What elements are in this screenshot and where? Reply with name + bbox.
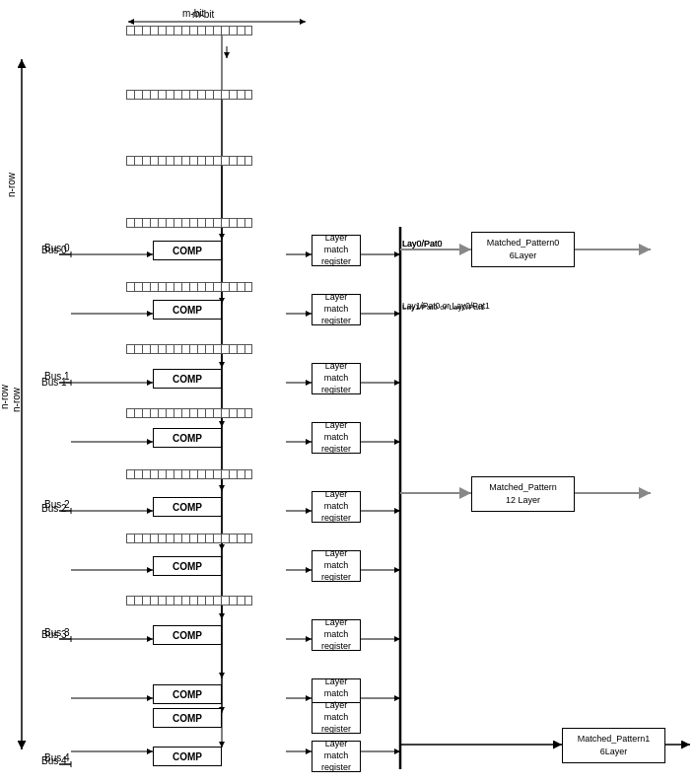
bus3-label: Bus 3 — [41, 629, 67, 640]
bus0-label: Bus 0 — [41, 245, 67, 255]
shift-reg-2-0 — [126, 282, 252, 292]
nrow-vertical-label: n-row — [6, 173, 17, 197]
lmr-bus0-row0: Layermatchregister — [312, 235, 361, 266]
matched-pattern1: Matched_Pattern16Layer — [562, 728, 665, 763]
comp-bus1-row1: COMP — [153, 428, 222, 448]
comp-bus1-row0: COMP — [153, 369, 222, 389]
lmr-bus4-row0: Layermatchregister — [312, 741, 361, 772]
shift-reg-1-0 — [126, 156, 252, 166]
lmr-bus1-row0: Layermatchregister — [312, 363, 361, 394]
lmr-bus0-row1: Layermatchregister — [312, 294, 361, 325]
shift-reg-0-0 — [126, 26, 252, 36]
comp-bus3-row1: COMP — [153, 684, 222, 704]
shift-reg-4-1 — [126, 596, 252, 606]
diagram: m-bit n-row Bus 0 Bus 1 — [0, 0, 695, 784]
matched-pattern0: Matched_Pattern06Layer — [471, 232, 575, 267]
bus4-label: Bus 4 — [41, 755, 67, 766]
shift-reg-3-1 — [126, 469, 252, 479]
nrow-label: n-row — [11, 388, 22, 412]
bus2-label: Bus 2 — [41, 503, 67, 514]
matched-pattern-12layer: Matched_Pattern12 Layer — [471, 476, 575, 512]
lmr-bus4-row1: Layermatchregister — [312, 702, 361, 734]
comp-bus2-row1: COMP — [153, 556, 222, 576]
lmr-bus2-row1: Layermatchregister — [312, 550, 361, 582]
comp-bus3-row0: COMP — [153, 625, 222, 645]
svg-text:n-row: n-row — [0, 384, 10, 409]
lmr-bus2-row0: Layermatchregister — [312, 491, 361, 523]
shift-reg-2-1 — [126, 344, 252, 354]
shift-reg-4-0 — [126, 534, 252, 543]
comp-bus4-row0: COMP — [153, 747, 222, 766]
comp-bus0-row1: COMP — [153, 300, 222, 320]
shift-reg-3-0 — [126, 408, 252, 418]
mbit-label: m-bit — [182, 8, 204, 19]
shift-reg-1-1 — [126, 218, 252, 228]
comp-bus4-row1: COMP — [153, 708, 222, 728]
comp-bus2-row0: COMP — [153, 497, 222, 517]
lmr-bus1-row1: Layermatchregister — [312, 422, 361, 454]
bus1-label: Bus 1 — [41, 377, 67, 388]
lay1-pat0-label: Lay1/Pat0 or Lay0/Pat1 — [402, 303, 550, 312]
lay0-pat0-label: Lay0/Pat0 — [402, 239, 443, 249]
lmr-bus3-row0: Layermatchregister — [312, 619, 361, 651]
shift-reg-0-1 — [126, 90, 252, 100]
comp-bus0-row0: COMP — [153, 241, 222, 260]
